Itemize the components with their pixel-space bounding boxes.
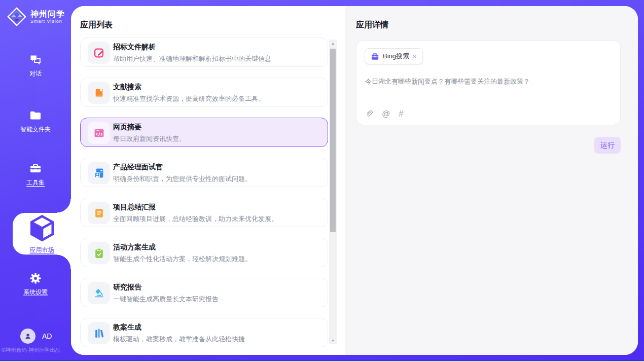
- active-tab-bottom-curve: [57, 255, 71, 269]
- book-icon: [88, 82, 110, 104]
- app-card-title: 招标文件解析: [113, 43, 321, 52]
- app-card[interactable]: 项目总结汇报 全面回顾项目进展，总结经验教训，助力未来优化发展。: [80, 198, 328, 227]
- app-card[interactable]: 文献搜索 快速精准查找学术资源，提高研究效率的必备工具。: [80, 78, 328, 107]
- scrollbar-down-arrow[interactable]: ▼: [329, 337, 337, 344]
- app-card-description: 帮助用户快速、准确地理解和解析招标书中的关键信息: [113, 54, 321, 63]
- active-tab-top-curve: [57, 199, 71, 213]
- app-card-title: 项目总结汇报: [113, 203, 321, 212]
- sidebar-item-label: 系统设置: [23, 288, 48, 297]
- app-card-title: 产品经理面试官: [113, 163, 321, 172]
- app-card[interactable]: 教案生成 模板驱动，教案秒成，教学准备从此轻松快捷: [80, 318, 328, 347]
- app-card-description: 快速精准查找学术资源，提高研究效率的必备工具。: [113, 94, 321, 103]
- tag-close-icon[interactable]: ×: [413, 53, 417, 60]
- sidebar-item-smart-folder[interactable]: 智能文件夹: [0, 109, 71, 134]
- scrollbar[interactable]: ▲ ▼: [329, 40, 337, 344]
- at-icon[interactable]: @: [382, 110, 390, 118]
- browser-icon: [88, 122, 110, 144]
- toolbox-icon: [29, 162, 42, 175]
- sidebar: 神州问学 Smart Vision 对话 智能文件夹: [0, 0, 71, 362]
- app-card-description: 智能生成个性化活动方案，轻松解决规划难题。: [113, 255, 321, 264]
- app-card-description: 全面回顾项目进展，总结经验教训，助力未来优化发展。: [113, 214, 321, 224]
- app-card[interactable]: 网页摘要 每日政府新闻资讯快查。: [80, 118, 328, 147]
- prompt-text[interactable]: 今日湖北有哪些新闻要点？有哪些需要关注的最新政策？: [365, 77, 610, 86]
- person-avatar-icon: [23, 332, 32, 341]
- paperclip-icon[interactable]: [365, 110, 373, 118]
- app-card-description: 模板驱动，教案秒成，教学准备从此轻松快捷: [113, 335, 321, 344]
- sidebar-item-label: 工具集: [26, 178, 45, 187]
- scrollbar-thumb[interactable]: [330, 49, 336, 232]
- app-card-title: 网页摘要: [113, 123, 321, 132]
- user-name: AD: [42, 332, 52, 340]
- app-card-title: 教案生成: [113, 323, 321, 332]
- run-button[interactable]: 运行: [594, 137, 621, 154]
- chat-icon: [29, 53, 42, 66]
- gear-icon: [29, 272, 42, 285]
- avatar: [20, 329, 35, 344]
- books-icon: [88, 322, 110, 344]
- main-content: 应用列表 招标文件解析 帮助用户快速、准确地理解和解析招标书中的关键信息 文献搜…: [71, 6, 638, 355]
- sidebar-item-toolset[interactable]: 工具集: [0, 162, 71, 187]
- copyright-text: ©神州数码·神州问学出品: [2, 347, 71, 354]
- folder-icon: [29, 109, 42, 122]
- sidebar-item-label: 对话: [29, 69, 42, 78]
- app-card[interactable]: 活动方案生成 智能生成个性化活动方案，轻松解决规划难题。: [80, 238, 328, 267]
- hash-icon[interactable]: #: [399, 110, 403, 118]
- scrollbar-up-arrow[interactable]: ▲: [329, 40, 337, 47]
- document-edit-icon: [88, 42, 110, 64]
- app-window: 神州问学 Smart Vision 对话 智能文件夹: [0, 0, 644, 362]
- app-card-list: 招标文件解析 帮助用户快速、准确地理解和解析招标书中的关键信息 文献搜索 快速精…: [80, 38, 328, 350]
- app-detail-title: 应用详情: [356, 20, 388, 30]
- logo-subtitle: Smart Vision: [30, 19, 65, 24]
- sidebar-item-label: 应用市场: [30, 246, 54, 255]
- prompt-card[interactable]: Bing搜索 × 今日湖北有哪些新闻要点？有哪些需要关注的最新政策？ @ #: [356, 41, 621, 125]
- app-card-title: 研究报告: [113, 283, 321, 292]
- sidebar-item-chat[interactable]: 对话: [0, 53, 71, 78]
- tool-tag-label: Bing搜索: [383, 52, 409, 61]
- briefcase-icon: [371, 52, 379, 61]
- app-card-description: 明确身份和职责，为您提供专业性的面试问题。: [113, 174, 321, 184]
- sidebar-item-settings[interactable]: 系统设置: [0, 272, 71, 297]
- cube-icon: [27, 213, 57, 243]
- app-detail-panel: 应用详情 Bing搜索 × 今日湖北有哪些新闻要点？有哪些需要关注的最新政策？: [345, 6, 638, 355]
- microscope-icon: [88, 282, 110, 304]
- report-note-icon: [88, 202, 110, 224]
- tool-tag-bing-search[interactable]: Bing搜索 ×: [365, 48, 423, 64]
- app-list-panel: 应用列表 招标文件解析 帮助用户快速、准确地理解和解析招标书中的关键信息 文献搜…: [71, 6, 345, 355]
- diamond-logo-icon: [7, 7, 26, 26]
- interviewer-icon: [88, 162, 110, 184]
- user-account[interactable]: AD: [20, 329, 52, 344]
- sidebar-item-label: 智能文件夹: [20, 125, 51, 134]
- clipboard-check-icon: [88, 242, 110, 264]
- logo-title: 神州问学: [30, 10, 65, 19]
- app-card-description: 一键智能生成高质量长文本研究报告: [113, 295, 321, 304]
- sidebar-item-app-market[interactable]: 应用市场: [13, 213, 71, 255]
- attachment-toolbar: @ #: [365, 110, 403, 118]
- app-list-title: 应用列表: [80, 20, 113, 30]
- app-card-description: 每日政府新闻资讯快查。: [113, 134, 321, 143]
- app-card[interactable]: 研究报告 一键智能生成高质量长文本研究报告: [80, 278, 328, 307]
- app-card-title: 活动方案生成: [113, 243, 321, 252]
- app-card[interactable]: 产品经理面试官 明确身份和职责，为您提供专业性的面试问题。: [80, 158, 328, 187]
- app-card-title: 文献搜索: [113, 83, 321, 92]
- app-logo: 神州问学 Smart Vision: [7, 7, 65, 26]
- app-card[interactable]: 招标文件解析 帮助用户快速、准确地理解和解析招标书中的关键信息: [80, 38, 328, 67]
